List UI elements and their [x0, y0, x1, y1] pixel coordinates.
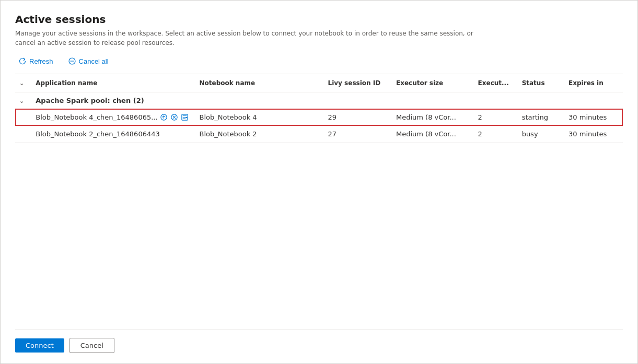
- table-header-row: ⌄ Application name Notebook name Livy se…: [15, 74, 623, 92]
- col-header-status[interactable]: Status: [518, 74, 564, 92]
- col-header-notebook[interactable]: Notebook name: [195, 74, 323, 92]
- row1-cancel-icon[interactable]: [170, 113, 179, 121]
- col-header-execcount[interactable]: Execut...: [474, 74, 518, 92]
- col-header-chevron[interactable]: ⌄: [15, 74, 31, 92]
- row1-executor-cell: Medium (8 vCor...: [392, 109, 474, 126]
- row2-notebook-cell: Blob_Notebook 2: [195, 126, 323, 143]
- row2-chevron-cell: [15, 126, 31, 143]
- col-header-appname[interactable]: Application name: [31, 74, 195, 92]
- row1-execcount-cell: 2: [474, 109, 518, 126]
- col-header-executor[interactable]: Executor size: [392, 74, 474, 92]
- row1-livy-cell: 29: [324, 109, 392, 126]
- connect-button[interactable]: Connect: [15, 338, 64, 353]
- dialog-subtitle: Manage your active sessions in the works…: [15, 29, 485, 48]
- row1-appname-cell: Blob_Notebook 4_chen_16486065...: [31, 109, 195, 126]
- group-chevron-cell[interactable]: ⌄: [15, 92, 31, 109]
- header-chevron-icon: ⌄: [19, 80, 24, 87]
- col-header-livy[interactable]: Livy session ID: [324, 74, 392, 92]
- refresh-icon: [18, 57, 27, 65]
- group-row-spark[interactable]: ⌄ Apache Spark pool: chen (2): [15, 92, 623, 109]
- row1-notebook-cell: Blob_Notebook 4: [195, 109, 323, 126]
- row2-status-cell: busy: [518, 126, 564, 143]
- cancel-button[interactable]: Cancel: [69, 338, 114, 353]
- active-sessions-dialog: Active sessions Manage your active sessi…: [1, 1, 637, 363]
- row2-appname-cell: Blob_Notebook 2_chen_1648606443: [31, 126, 195, 143]
- sessions-table: ⌄ Application name Notebook name Livy se…: [15, 74, 623, 143]
- cancel-all-icon: [68, 57, 76, 65]
- row1-expires-cell: 30 minutes: [564, 109, 623, 126]
- group-label-cell: Apache Spark pool: chen (2): [31, 92, 623, 109]
- row1-chevron-cell: [15, 109, 31, 126]
- row2-expires-cell: 30 minutes: [564, 126, 623, 143]
- row1-status-cell: starting: [518, 109, 564, 126]
- row1-logs-icon[interactable]: [181, 113, 189, 121]
- row2-execcount-cell: 2: [474, 126, 518, 143]
- row2-livy-cell: 27: [324, 126, 392, 143]
- sessions-table-container: ⌄ Application name Notebook name Livy se…: [15, 74, 623, 329]
- row1-connect-icon[interactable]: [160, 113, 168, 121]
- table-row[interactable]: Blob_Notebook 4_chen_16486065...: [15, 109, 623, 126]
- col-header-expires[interactable]: Expires in: [564, 74, 623, 92]
- table-row[interactable]: Blob_Notebook 2_chen_1648606443 Blob_Not…: [15, 126, 623, 143]
- row1-action-icons: [160, 113, 189, 121]
- toolbar: Refresh Cancel all: [15, 55, 623, 74]
- group-chevron-icon: ⌄: [19, 98, 24, 104]
- row2-executor-cell: Medium (8 vCor...: [392, 126, 474, 143]
- dialog-title: Active sessions: [15, 13, 623, 26]
- refresh-button[interactable]: Refresh: [15, 55, 56, 67]
- dialog-footer: Connect Cancel: [15, 329, 623, 363]
- cancel-all-button[interactable]: Cancel all: [65, 55, 112, 67]
